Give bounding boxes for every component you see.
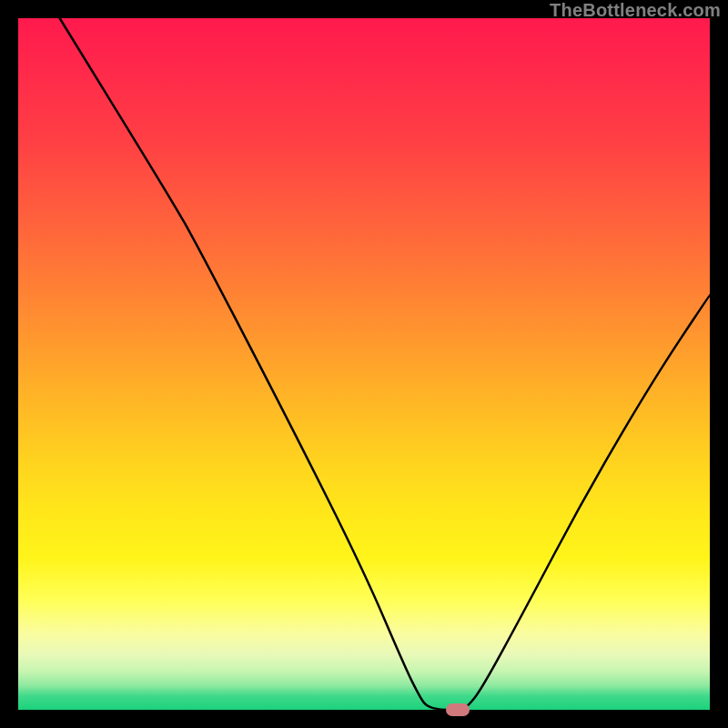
bottleneck-curve <box>18 18 710 710</box>
optimal-marker <box>446 703 470 716</box>
chart-frame: TheBottleneck.com <box>0 0 728 728</box>
plot-area <box>18 18 710 710</box>
watermark-text: TheBottleneck.com <box>550 0 721 21</box>
